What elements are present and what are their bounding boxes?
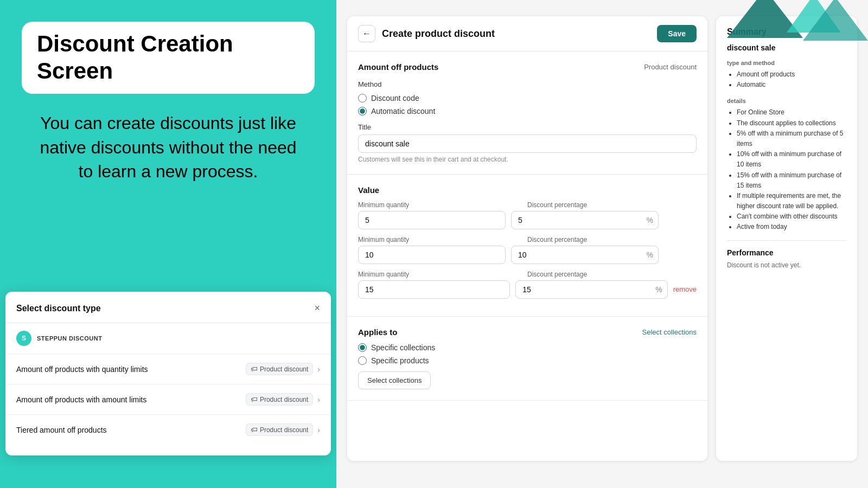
list-item[interactable]: Amount off products with quantity limits… <box>5 354 331 384</box>
summary-panel: Summary discount sale type and method Am… <box>716 16 857 461</box>
value-row2-header: Minimum quantity Discount percentage <box>358 236 697 243</box>
applies-to-title: Applies to <box>358 328 398 337</box>
select-collections-link[interactable]: Select collections <box>642 328 697 336</box>
pct-wrap-2: % <box>511 246 659 264</box>
percent-symbol-1: % <box>647 216 653 224</box>
disc-pct-input-3[interactable] <box>515 280 667 299</box>
header-left: ← Create product discount <box>358 25 495 42</box>
main-heading: Discount Creation Screen <box>22 22 315 94</box>
brand-name: STEPPUN DISCOUNT <box>37 335 102 342</box>
pct-wrap-1: % <box>511 211 659 229</box>
badge-label-1: Product discount <box>260 365 308 373</box>
top-decoration <box>651 0 868 43</box>
radio-input-automatic[interactable] <box>358 107 367 115</box>
form-card: ← Create product discount Save Amount of… <box>347 16 707 461</box>
amount-off-title: Amount off products <box>358 62 438 72</box>
type-and-method-section-title: type and method <box>727 60 846 66</box>
modal-close-button[interactable]: × <box>314 303 320 314</box>
item-right-3: 🏷 Product discount › <box>246 423 320 436</box>
details-list: For Online Store The discount applies to… <box>727 107 846 232</box>
min-qty-input-2[interactable] <box>358 246 506 264</box>
badge-label-2: Product discount <box>260 396 308 403</box>
item-label-3: Tiered amount off products <box>16 426 107 434</box>
chevron-icon-3: › <box>317 426 320 434</box>
summary-discount-name: discount sale <box>727 43 846 52</box>
amount-off-badge: Product discount <box>644 63 697 71</box>
radio-input-collections[interactable] <box>358 343 367 352</box>
min-qty-col-label-3: Minimum quantity <box>358 271 522 278</box>
specific-collections-label: Specific collections <box>371 343 435 352</box>
back-button[interactable]: ← <box>358 25 375 42</box>
left-panel: Discount Creation Screen You can create … <box>0 0 336 488</box>
disc-pct-col-label-2: Discount percentage <box>527 236 691 243</box>
value-section-title: Value <box>358 185 697 195</box>
main-content: ← Create product discount Save Amount of… <box>336 5 868 488</box>
applies-to-section: Applies to Select collections Specific c… <box>347 317 707 401</box>
details-section-title: details <box>727 98 846 104</box>
radio-specific-collections[interactable]: Specific collections <box>358 343 697 352</box>
badge-3: 🏷 Product discount <box>246 423 313 436</box>
detail-item-2: 5% off with a minimum purchase of 5 item… <box>737 129 846 149</box>
detail-item-6: Can't combine with other discounts <box>737 211 846 222</box>
select-collections-button[interactable]: Select collections <box>358 371 431 389</box>
value-row-2: % <box>358 246 697 264</box>
specific-products-label: Specific products <box>371 356 429 365</box>
performance-text: Discount is not active yet. <box>727 261 846 269</box>
detail-item-5: If multiple requirements are met, the hi… <box>737 191 846 211</box>
chevron-icon-1: › <box>317 365 320 374</box>
radio-input-products[interactable] <box>358 356 367 365</box>
summary-item-automatic: Automatic <box>737 80 846 90</box>
percent-symbol-2: % <box>647 251 653 259</box>
disc-pct-input-1[interactable] <box>511 211 659 229</box>
method-radio-group: Discount code Automatic discount <box>358 94 697 115</box>
value-row-3: % remove <box>358 280 697 299</box>
disc-pct-col-label-3: Discount percentage <box>527 271 691 278</box>
badge-label-3: Product discount <box>260 426 308 434</box>
list-item[interactable]: Tiered amount off products 🏷 Product dis… <box>5 415 331 445</box>
min-qty-input-1[interactable] <box>358 211 506 229</box>
disc-pct-input-2[interactable] <box>511 246 659 264</box>
item-right-2: 🏷 Product discount › <box>246 393 320 406</box>
badge-2: 🏷 Product discount <box>246 393 313 406</box>
title-hint: Customers will see this in their cart an… <box>358 156 697 163</box>
min-qty-col-label-2: Minimum quantity <box>358 236 522 243</box>
detail-item-0: For Online Store <box>737 107 846 118</box>
applies-header: Applies to Select collections <box>358 328 697 337</box>
list-item[interactable]: Amount off products with amount limits 🏷… <box>5 384 331 415</box>
disc-pct-col-label: Discount percentage <box>527 201 691 209</box>
discount-code-label: Discount code <box>371 94 419 102</box>
radio-automatic-discount[interactable]: Automatic discount <box>358 107 697 115</box>
pct-wrap-3: % <box>515 280 667 299</box>
tag-icon-1: 🏷 <box>251 365 258 373</box>
detail-item-3: 10% off with a minimum purchase of 10 it… <box>737 149 846 170</box>
value-row-1: % <box>358 211 697 229</box>
value-section: Value Minimum quantity Discount percenta… <box>347 175 707 317</box>
type-and-method-list: Amount off products Automatic <box>727 69 846 90</box>
summary-divider <box>727 240 846 241</box>
applies-to-radio-group: Specific collections Specific products <box>358 343 697 365</box>
performance-title: Performance <box>727 248 846 257</box>
value-grid-header: Minimum quantity Discount percentage <box>358 201 697 209</box>
summary-item-amount-off: Amount off products <box>737 69 846 80</box>
remove-link[interactable]: remove <box>673 285 697 299</box>
chevron-icon-2: › <box>317 395 320 404</box>
item-right-1: 🏷 Product discount › <box>246 363 320 375</box>
tag-icon-3: 🏷 <box>251 426 258 434</box>
main-description: You can create discounts just like nativ… <box>22 111 315 184</box>
amount-off-section: Amount off products Product discount Met… <box>347 52 707 175</box>
radio-discount-code[interactable]: Discount code <box>358 94 697 102</box>
min-qty-input-3[interactable] <box>358 280 510 299</box>
radio-input-discount-code[interactable] <box>358 94 367 102</box>
detail-item-1: The discount applies to collections <box>737 118 846 129</box>
title-input[interactable] <box>358 134 697 153</box>
tag-icon-2: 🏷 <box>251 395 258 403</box>
radio-specific-products[interactable]: Specific products <box>358 356 697 365</box>
right-section: ← Create product discount Save Amount of… <box>336 0 868 488</box>
method-label: Method <box>358 80 697 88</box>
item-label-1: Amount off products with quantity limits <box>16 365 148 374</box>
detail-item-7: Active from today <box>737 222 846 232</box>
min-qty-col-label: Minimum quantity <box>358 201 522 209</box>
badge-1: 🏷 Product discount <box>246 363 313 375</box>
automatic-discount-label: Automatic discount <box>371 107 435 115</box>
modal-title: Select discount type <box>16 304 101 313</box>
